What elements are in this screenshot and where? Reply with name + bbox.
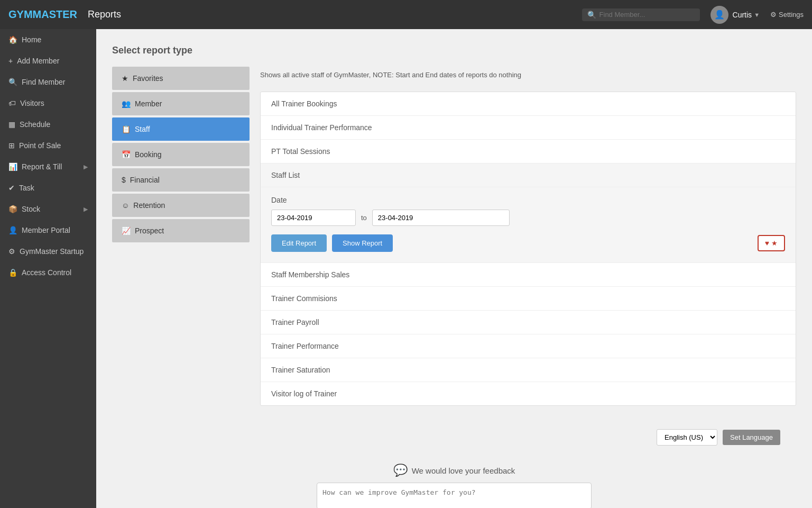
sidebar-item-label: Find Member (22, 78, 65, 86)
language-select[interactable]: English (US) (657, 429, 717, 446)
report-date-section: Date to Edit Report Show Report ♥ ★ (261, 187, 796, 263)
staff-icon: 📋 (122, 125, 131, 133)
sidebar-item-access-control[interactable]: 🔒 Access Control (0, 262, 96, 283)
feedback-label: We would love your feedback (412, 466, 515, 475)
sidebar-item-stock[interactable]: 📦 Stock ▶ (0, 198, 96, 220)
feedback-icon: 💬 (393, 464, 408, 477)
sidebar-item-label: Schedule (20, 120, 50, 129)
report-type-label: Booking (135, 150, 162, 159)
report-item-label: Visitor log of Trainer (271, 389, 337, 398)
sidebar-item-label: Member Portal (22, 226, 70, 234)
lock-icon: 🔒 (8, 268, 17, 277)
favorite-button[interactable]: ♥ ★ (758, 235, 785, 251)
search-input[interactable] (599, 11, 695, 19)
financial-icon: $ (122, 176, 126, 184)
report-item-label: Trainer Payroll (271, 318, 319, 326)
settings-button[interactable]: ⚙ Settings (770, 11, 804, 19)
set-language-button[interactable]: Set Language (723, 430, 780, 445)
startup-icon: ⚙ (8, 247, 15, 256)
report-type-retention[interactable]: ☺ Retention (112, 194, 250, 217)
booking-icon: 📅 (122, 150, 131, 159)
sidebar-item-label: Visitors (20, 99, 44, 107)
sidebar-item-member-portal[interactable]: 👤 Member Portal (0, 220, 96, 241)
list-item[interactable]: Individual Trainer Performance (261, 116, 796, 140)
report-item-label: Staff Membership Sales (271, 270, 349, 279)
start-date-input[interactable] (271, 210, 356, 226)
sidebar-item-gymmaster-startup[interactable]: ⚙ GymMaster Startup (0, 241, 96, 262)
report-layout: ★ Favorites 👥 Member 📋 Staff 📅 Booking $ (112, 67, 796, 406)
add-icon: + (8, 57, 13, 65)
report-type-favorites[interactable]: ★ Favorites (112, 67, 250, 90)
end-date-input[interactable] (372, 210, 510, 226)
list-item-staff-list[interactable]: Staff List (261, 164, 796, 187)
sidebar-item-label: Stock (22, 205, 40, 213)
sidebar-item-label: GymMaster Startup (20, 247, 84, 256)
favorites-icon: ★ (122, 74, 128, 83)
sidebar-item-point-of-sale[interactable]: ⊞ Point of Sale (0, 135, 96, 156)
sidebar-item-home[interactable]: 🏠 Home (0, 29, 96, 50)
report-item-label: Trainer Saturation (271, 366, 330, 374)
btn-row: Edit Report Show Report ♥ ★ (271, 234, 785, 252)
report-item-label: All Trainer Bookings (271, 99, 337, 108)
avatar: 👤 (710, 6, 728, 24)
sidebar: 🏠 Home + Add Member 🔍 Find Member 🏷 Visi… (0, 29, 96, 508)
report-type-member[interactable]: 👥 Member (112, 92, 250, 115)
star-icon: ★ (771, 239, 778, 247)
report-type-staff[interactable]: 📋 Staff (112, 117, 250, 141)
user-area: 👤 Curtis ▼ (710, 6, 760, 24)
list-item[interactable]: Trainer Commisions (261, 287, 796, 311)
schedule-icon: ▦ (8, 120, 15, 129)
list-item[interactable]: Visitor log of Trainer (261, 382, 796, 405)
sidebar-item-report-till[interactable]: 📊 Report & Till ▶ (0, 156, 96, 177)
report-type-booking[interactable]: 📅 Booking (112, 143, 250, 166)
report-type-prospect[interactable]: 📈 Prospect (112, 219, 250, 242)
sidebar-item-find-member[interactable]: 🔍 Find Member (0, 71, 96, 93)
home-icon: 🏠 (8, 35, 17, 44)
list-item[interactable]: All Trainer Bookings (261, 92, 796, 116)
gear-icon: ⚙ (770, 11, 777, 19)
member-portal-icon: 👤 (8, 226, 17, 234)
report-details: Shows all active staff of GymMaster, NOT… (260, 67, 796, 406)
settings-label: Settings (779, 11, 804, 19)
report-list: All Trainer Bookings Individual Trainer … (260, 92, 796, 406)
report-item-label: Individual Trainer Performance (271, 123, 372, 132)
chevron-down-icon: ▼ (754, 12, 760, 18)
list-item[interactable]: PT Total Sessions (261, 140, 796, 164)
language-bar: English (US) Set Language (112, 422, 796, 453)
app-logo: GYMMASTER (8, 8, 77, 21)
report-icon: 📊 (8, 162, 17, 171)
date-row: to (271, 210, 785, 226)
date-label: Date (271, 196, 785, 204)
stock-icon: 📦 (8, 205, 17, 213)
list-item[interactable]: Trainer Performance (261, 334, 796, 358)
search-area[interactable]: 🔍 (582, 8, 700, 21)
sidebar-item-task[interactable]: ✔ Task (0, 177, 96, 198)
report-item-label: Staff List (271, 171, 300, 179)
feedback-textarea[interactable] (317, 483, 592, 508)
retention-icon: ☺ (122, 201, 129, 210)
sidebar-item-visitors[interactable]: 🏷 Visitors (0, 93, 96, 114)
logo-prefix: GYM (8, 8, 33, 20)
arrow-icon: ▶ (84, 206, 88, 213)
report-description: Shows all active staff of GymMaster, NOT… (260, 67, 796, 83)
report-item-label: Trainer Performance (271, 342, 339, 350)
visitors-icon: 🏷 (8, 99, 16, 107)
sidebar-item-add-member[interactable]: + Add Member (0, 50, 96, 71)
report-item-label: PT Total Sessions (271, 147, 330, 156)
report-type-label: Financial (130, 176, 160, 184)
arrow-icon: ▶ (84, 164, 88, 170)
sidebar-item-schedule[interactable]: ▦ Schedule (0, 114, 96, 135)
list-item[interactable]: Staff Membership Sales (261, 263, 796, 287)
report-type-label: Staff (135, 125, 150, 133)
select-report-title: Select report type (112, 45, 796, 56)
edit-report-button[interactable]: Edit Report (271, 234, 327, 252)
report-type-financial[interactable]: $ Financial (112, 168, 250, 192)
feedback-section: 💬 We would love your feedback (112, 453, 796, 483)
show-report-button[interactable]: Show Report (332, 234, 393, 252)
list-item[interactable]: Trainer Payroll (261, 311, 796, 334)
find-member-icon: 🔍 (8, 78, 17, 86)
list-item[interactable]: Trainer Saturation (261, 358, 796, 382)
page-title: Reports (88, 9, 121, 20)
report-type-label: Member (135, 99, 162, 108)
footer-area: English (US) Set Language 💬 We would lov… (112, 406, 796, 508)
